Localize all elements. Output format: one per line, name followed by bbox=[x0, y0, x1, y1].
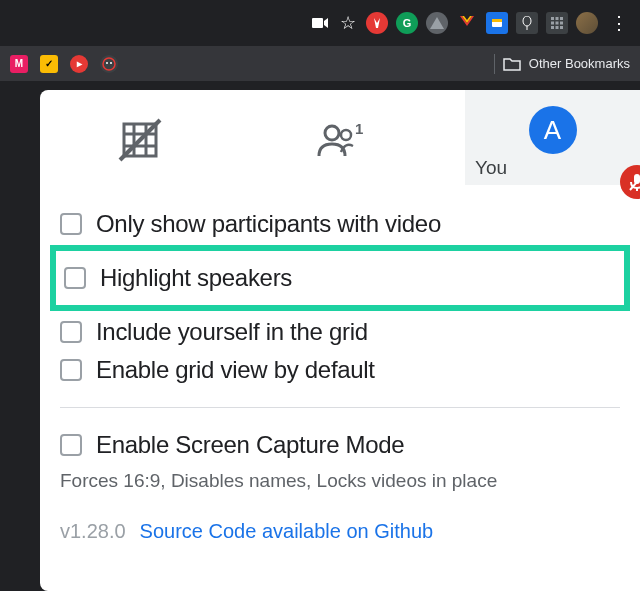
label-enable-default: Enable grid view by default bbox=[96, 356, 375, 384]
bookmark-item-3[interactable]: ▸ bbox=[70, 55, 88, 73]
bookmarks-bar: M ✓ ▸ Other Bookmarks bbox=[0, 46, 640, 82]
svg-point-16 bbox=[110, 62, 112, 64]
svg-rect-8 bbox=[551, 22, 554, 25]
people-tab[interactable]: 1 bbox=[240, 122, 440, 158]
footer: v1.28.0 Source Code available on Github bbox=[40, 502, 640, 543]
option-screen-capture: Enable Screen Capture Mode bbox=[60, 426, 620, 464]
tab-row: 1 You A bbox=[40, 105, 640, 175]
browser-menu-icon[interactable]: ⋮ bbox=[606, 12, 632, 34]
settings-panel: 1 You A Only show participants with vide… bbox=[40, 90, 640, 591]
extension-icon-1[interactable] bbox=[366, 12, 388, 34]
self-video-tile[interactable]: You A bbox=[465, 90, 640, 185]
svg-rect-11 bbox=[551, 26, 554, 29]
svg-point-14 bbox=[103, 58, 115, 70]
divider bbox=[494, 54, 495, 74]
svg-line-22 bbox=[120, 120, 160, 160]
source-code-link[interactable]: Source Code available on Github bbox=[140, 520, 434, 543]
bookmark-star-icon[interactable]: ☆ bbox=[338, 13, 358, 33]
checkbox-highlight-speakers[interactable] bbox=[64, 267, 86, 289]
extension-icon-6[interactable] bbox=[516, 12, 538, 34]
highlight-annotation: Highlight speakers bbox=[50, 245, 630, 311]
label-include-yourself: Include yourself in the grid bbox=[96, 318, 368, 346]
svg-point-24 bbox=[341, 130, 351, 140]
checkbox-enable-default[interactable] bbox=[60, 359, 82, 381]
you-label: You bbox=[475, 157, 507, 179]
checkbox-include-yourself[interactable] bbox=[60, 321, 82, 343]
browser-toolbar: ☆ G ⋮ bbox=[0, 0, 640, 46]
bookmark-item-4[interactable] bbox=[100, 55, 118, 73]
other-bookmarks-button[interactable]: Other Bookmarks bbox=[529, 56, 630, 71]
extension-icon-7[interactable] bbox=[546, 12, 568, 34]
svg-text:1: 1 bbox=[355, 122, 363, 137]
svg-rect-2 bbox=[492, 19, 502, 22]
checkbox-screen-capture[interactable] bbox=[60, 434, 82, 456]
extension-icon-2[interactable]: G bbox=[396, 12, 418, 34]
camera-icon[interactable] bbox=[310, 13, 330, 33]
svg-point-15 bbox=[106, 62, 108, 64]
profile-avatar-icon[interactable] bbox=[576, 12, 598, 34]
version-label: v1.28.0 bbox=[60, 520, 126, 543]
divider bbox=[60, 407, 620, 408]
content-area: 1 You A Only show participants with vide… bbox=[0, 82, 640, 591]
checkbox-only-video[interactable] bbox=[60, 213, 82, 235]
bookmark-item-2[interactable]: ✓ bbox=[40, 55, 58, 73]
label-screen-capture: Enable Screen Capture Mode bbox=[96, 431, 404, 459]
svg-point-23 bbox=[325, 126, 339, 140]
bookmark-item-1[interactable]: M bbox=[10, 55, 28, 73]
extension-icon-5[interactable] bbox=[486, 12, 508, 34]
grid-off-tab[interactable] bbox=[40, 118, 240, 162]
options-list: Only show participants with video Highli… bbox=[40, 175, 640, 502]
extension-icon-4[interactable] bbox=[456, 12, 478, 34]
extension-icon-3[interactable] bbox=[426, 12, 448, 34]
folder-icon bbox=[503, 57, 521, 71]
svg-rect-0 bbox=[312, 18, 323, 28]
svg-rect-7 bbox=[560, 17, 563, 20]
svg-rect-13 bbox=[560, 26, 563, 29]
svg-rect-5 bbox=[551, 17, 554, 20]
label-only-video: Only show participants with video bbox=[96, 210, 441, 238]
avatar: A bbox=[529, 106, 577, 154]
label-highlight-speakers: Highlight speakers bbox=[100, 264, 292, 292]
svg-rect-6 bbox=[556, 17, 559, 20]
option-only-video: Only show participants with video bbox=[60, 205, 620, 243]
option-include-yourself: Include yourself in the grid bbox=[60, 313, 620, 351]
svg-rect-9 bbox=[556, 22, 559, 25]
svg-point-3 bbox=[523, 16, 531, 26]
svg-rect-10 bbox=[560, 22, 563, 25]
screen-capture-description: Forces 16:9, Disables names, Locks video… bbox=[60, 470, 620, 492]
svg-rect-12 bbox=[556, 26, 559, 29]
option-enable-default: Enable grid view by default bbox=[60, 351, 620, 389]
option-highlight-speakers: Highlight speakers bbox=[64, 259, 616, 297]
